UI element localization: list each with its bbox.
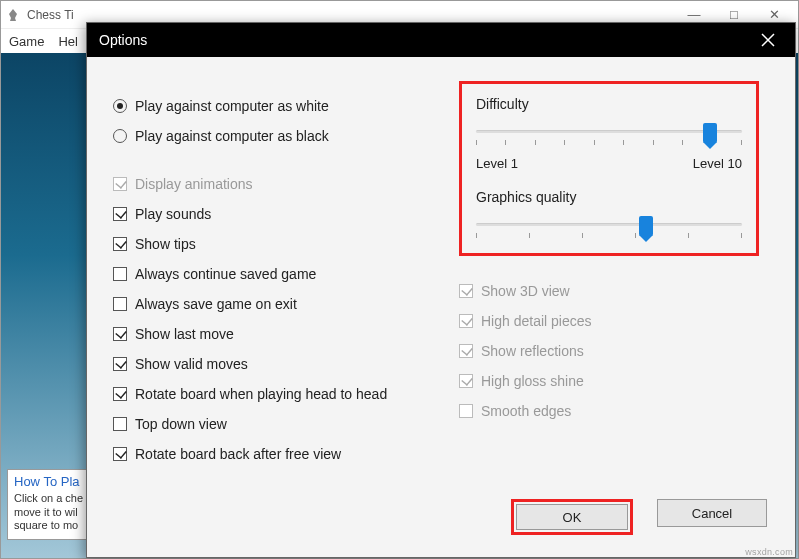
check-label: Play sounds bbox=[135, 206, 211, 222]
cancel-button[interactable]: Cancel bbox=[657, 499, 767, 527]
dialog-body: Play against computer as white Play agai… bbox=[87, 57, 795, 557]
check-label: Top down view bbox=[135, 416, 227, 432]
checkbox-icon bbox=[459, 344, 473, 358]
check-label: Show 3D view bbox=[481, 283, 570, 299]
ok-button-label: OK bbox=[563, 510, 582, 525]
check-show-reflections: Show reflections bbox=[459, 336, 759, 366]
checkbox-icon bbox=[113, 327, 127, 341]
sliders-highlight: Difficulty Level 1 Level 10 Graphics qua… bbox=[459, 81, 759, 256]
checkbox-icon bbox=[113, 387, 127, 401]
check-label: Show reflections bbox=[481, 343, 584, 359]
menu-help[interactable]: Hel bbox=[58, 34, 78, 49]
checkbox-icon bbox=[113, 417, 127, 431]
radio-label: Play against computer as black bbox=[135, 128, 329, 144]
checkbox-icon bbox=[113, 357, 127, 371]
left-column: Play against computer as white Play agai… bbox=[113, 91, 443, 469]
radio-label: Play against computer as white bbox=[135, 98, 329, 114]
graphics-quality-slider[interactable] bbox=[476, 215, 742, 239]
check-label: Always save game on exit bbox=[135, 296, 297, 312]
right-column: Difficulty Level 1 Level 10 Graphics qua… bbox=[459, 81, 759, 426]
graphics-checks: Show 3D view High detail pieces Show ref… bbox=[459, 276, 759, 426]
check-rotate-head-to-head[interactable]: Rotate board when playing head to head bbox=[113, 379, 443, 409]
watermark: wsxdn.com bbox=[745, 547, 793, 557]
check-show-tips[interactable]: Show tips bbox=[113, 229, 443, 259]
ok-button[interactable]: OK bbox=[511, 499, 633, 535]
check-label: Show tips bbox=[135, 236, 196, 252]
main-window-title: Chess Ti bbox=[27, 8, 674, 22]
check-label: High gloss shine bbox=[481, 373, 584, 389]
check-top-down-view[interactable]: Top down view bbox=[113, 409, 443, 439]
check-label: Always continue saved game bbox=[135, 266, 316, 282]
menu-game[interactable]: Game bbox=[9, 34, 44, 49]
close-icon[interactable] bbox=[753, 25, 783, 55]
check-label: Show valid moves bbox=[135, 356, 248, 372]
check-label: Rotate board back after free view bbox=[135, 446, 341, 462]
graphics-quality-label: Graphics quality bbox=[476, 189, 742, 205]
slider-track bbox=[476, 223, 742, 226]
check-show-3d-view: Show 3D view bbox=[459, 276, 759, 306]
radio-play-as-black[interactable]: Play against computer as black bbox=[113, 121, 443, 151]
check-show-valid-moves[interactable]: Show valid moves bbox=[113, 349, 443, 379]
check-show-last-move[interactable]: Show last move bbox=[113, 319, 443, 349]
check-label: Display animations bbox=[135, 176, 253, 192]
checkbox-icon bbox=[113, 447, 127, 461]
check-play-sounds[interactable]: Play sounds bbox=[113, 199, 443, 229]
slider-thumb[interactable] bbox=[639, 216, 653, 236]
check-always-continue-saved[interactable]: Always continue saved game bbox=[113, 259, 443, 289]
difficulty-slider[interactable] bbox=[476, 122, 742, 146]
slider-thumb[interactable] bbox=[703, 123, 717, 143]
slider-ticks bbox=[476, 233, 742, 238]
difficulty-limits: Level 1 Level 10 bbox=[476, 156, 742, 171]
check-high-detail-pieces: High detail pieces bbox=[459, 306, 759, 336]
check-label: Show last move bbox=[135, 326, 234, 342]
cancel-button-label: Cancel bbox=[692, 506, 732, 521]
checkbox-icon bbox=[113, 267, 127, 281]
options-dialog: Options Play against computer as white P… bbox=[86, 22, 796, 558]
check-label: Rotate board when playing head to head bbox=[135, 386, 387, 402]
difficulty-min: Level 1 bbox=[476, 156, 518, 171]
check-display-animations: Display animations bbox=[113, 169, 443, 199]
check-smooth-edges: Smooth edges bbox=[459, 396, 759, 426]
radio-icon bbox=[113, 99, 127, 113]
dialog-button-row: OK Cancel bbox=[511, 499, 767, 535]
dialog-title: Options bbox=[99, 32, 753, 48]
check-high-gloss-shine: High gloss shine bbox=[459, 366, 759, 396]
check-label: High detail pieces bbox=[481, 313, 592, 329]
difficulty-label: Difficulty bbox=[476, 96, 742, 112]
checkbox-icon bbox=[459, 404, 473, 418]
checkbox-icon bbox=[459, 374, 473, 388]
check-always-save-on-exit[interactable]: Always save game on exit bbox=[113, 289, 443, 319]
checkbox-icon bbox=[113, 297, 127, 311]
difficulty-max: Level 10 bbox=[693, 156, 742, 171]
checkbox-icon bbox=[113, 237, 127, 251]
checkbox-icon bbox=[113, 177, 127, 191]
dialog-titlebar: Options bbox=[87, 23, 795, 57]
checkbox-icon bbox=[459, 314, 473, 328]
checkbox-icon bbox=[113, 207, 127, 221]
app-icon bbox=[5, 7, 21, 23]
check-rotate-back-after-free-view[interactable]: Rotate board back after free view bbox=[113, 439, 443, 469]
radio-play-as-white[interactable]: Play against computer as white bbox=[113, 91, 443, 121]
check-label: Smooth edges bbox=[481, 403, 571, 419]
radio-icon bbox=[113, 129, 127, 143]
checkbox-icon bbox=[459, 284, 473, 298]
